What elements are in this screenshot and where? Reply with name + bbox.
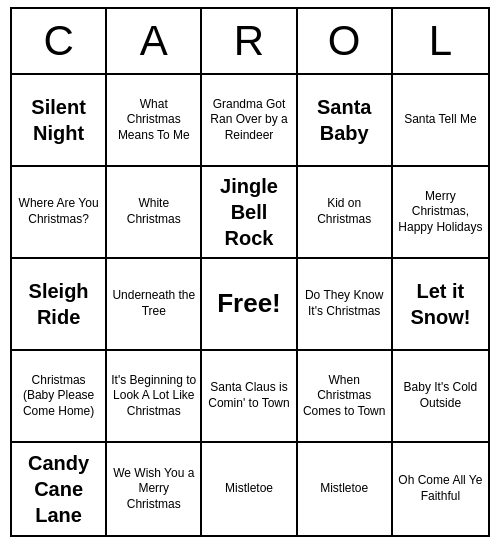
bingo-cell: Christmas (Baby Please Come Home) bbox=[12, 351, 107, 443]
bingo-cell: Sleigh Ride bbox=[12, 259, 107, 351]
bingo-cell: When Christmas Comes to Town bbox=[298, 351, 393, 443]
bingo-cell: Do They Know It's Christmas bbox=[298, 259, 393, 351]
bingo-cell: We Wish You a Merry Christmas bbox=[107, 443, 202, 535]
bingo-cell: Underneath the Tree bbox=[107, 259, 202, 351]
bingo-cell: Mistletoe bbox=[202, 443, 297, 535]
header-letter: R bbox=[202, 9, 297, 73]
bingo-cell: White Christmas bbox=[107, 167, 202, 259]
bingo-header: CAROL bbox=[12, 9, 488, 75]
header-letter: C bbox=[12, 9, 107, 73]
bingo-cell: Jingle Bell Rock bbox=[202, 167, 297, 259]
bingo-cell: Candy Cane Lane bbox=[12, 443, 107, 535]
bingo-cell: Silent Night bbox=[12, 75, 107, 167]
bingo-cell: What Christmas Means To Me bbox=[107, 75, 202, 167]
bingo-cell: Santa Tell Me bbox=[393, 75, 488, 167]
bingo-cell: Merry Christmas, Happy Holidays bbox=[393, 167, 488, 259]
bingo-grid: Silent NightWhat Christmas Means To MeGr… bbox=[12, 75, 488, 535]
bingo-cell: Kid on Christmas bbox=[298, 167, 393, 259]
bingo-cell: Baby It's Cold Outside bbox=[393, 351, 488, 443]
bingo-cell: Where Are You Christmas? bbox=[12, 167, 107, 259]
bingo-cell: Santa Baby bbox=[298, 75, 393, 167]
bingo-cell: Let it Snow! bbox=[393, 259, 488, 351]
header-letter: A bbox=[107, 9, 202, 73]
bingo-cell: Santa Claus is Comin' to Town bbox=[202, 351, 297, 443]
bingo-cell: Grandma Got Ran Over by a Reindeer bbox=[202, 75, 297, 167]
bingo-cell: It's Beginning to Look A Lot Like Christ… bbox=[107, 351, 202, 443]
bingo-card: CAROL Silent NightWhat Christmas Means T… bbox=[10, 7, 490, 537]
bingo-cell: Mistletoe bbox=[298, 443, 393, 535]
header-letter: O bbox=[298, 9, 393, 73]
bingo-cell: Free! bbox=[202, 259, 297, 351]
bingo-cell: Oh Come All Ye Faithful bbox=[393, 443, 488, 535]
header-letter: L bbox=[393, 9, 488, 73]
